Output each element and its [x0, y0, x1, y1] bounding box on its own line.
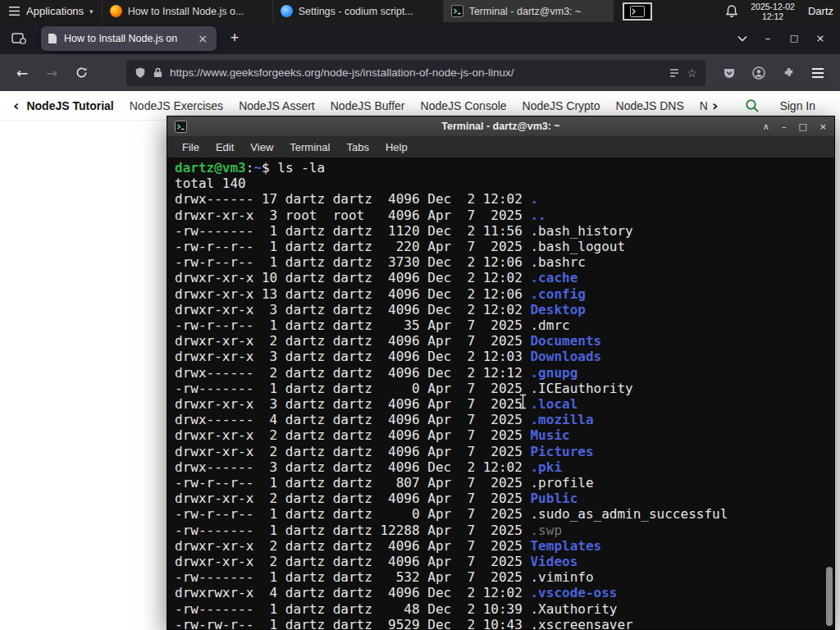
menu-file[interactable]: File: [174, 141, 208, 153]
navigation-toolbar: ← → https://www.geeksforgeeks.org/node-j…: [0, 54, 840, 91]
menu-help[interactable]: Help: [377, 141, 416, 153]
site-nav-items: NodeJS Tutorial NodeJS Exercises NodeJS …: [26, 99, 707, 112]
pocket-icon[interactable]: [715, 61, 743, 85]
site-nav-item-crypto[interactable]: NodeJS Crypto: [523, 99, 600, 112]
terminal-titlebar-icon: [175, 121, 187, 133]
url-bar[interactable]: https://www.geeksforgeeks.org/node-js/in…: [126, 60, 705, 86]
taskbar-button-label: How to Install Node.js o...: [128, 6, 244, 17]
applications-caret-icon: ▾: [89, 7, 94, 16]
terminal-body[interactable]: dartz@vm3:~$ ls -latotal 140drwx------ 1…: [167, 158, 834, 629]
terminal-output: dartz@vm3:~$ ls -latotal 140drwx------ 1…: [175, 160, 823, 629]
tab-title: How to Install Node.js on: [64, 33, 189, 44]
menu-edit[interactable]: Edit: [208, 141, 242, 153]
applications-menu[interactable]: Applications ▾: [0, 0, 102, 22]
bookmark-star-icon[interactable]: ☆: [687, 66, 697, 80]
site-nav-item-dns[interactable]: NodeJS DNS: [616, 99, 684, 112]
panel-tray: 2025-12-02 12:12 Dartz: [623, 0, 840, 22]
lock-icon[interactable]: [153, 66, 163, 79]
clock-time: 12:12: [751, 11, 795, 21]
reader-mode-icon[interactable]: [669, 67, 680, 79]
tracking-shield-icon[interactable]: [135, 66, 146, 79]
sign-in-button[interactable]: Sign In: [779, 99, 815, 112]
taskbar-button-label: Terminal - dartz@vm3: ~: [469, 6, 582, 17]
terminal-app-icon: [451, 5, 463, 17]
window-close-button[interactable]: ×: [807, 26, 833, 51]
terminal-shade-icon[interactable]: ∧: [763, 122, 769, 131]
site-nav-item-buffer[interactable]: NodeJS Buffer: [331, 99, 405, 112]
terminal-maximize-icon[interactable]: □: [798, 122, 806, 131]
menu-view[interactable]: View: [242, 141, 281, 153]
back-button[interactable]: ←: [8, 61, 36, 85]
terminal-menubar: File Edit View Terminal Tabs Help: [167, 137, 834, 158]
terminal-minimize-icon[interactable]: –: [782, 122, 787, 131]
menu-terminal[interactable]: Terminal: [281, 141, 338, 153]
site-search-icon[interactable]: [745, 98, 760, 113]
site-nav-item-console[interactable]: NodeJS Console: [421, 99, 507, 112]
account-icon[interactable]: [745, 61, 773, 85]
mouse-ibeam-cursor: [518, 394, 527, 409]
terminal-window-title: Terminal - dartz@vm3: ~: [167, 121, 834, 132]
site-nav-chevron-left-icon[interactable]: ‹: [13, 97, 19, 114]
top-panel: Applications ▾ How to Install Node.js o.…: [0, 0, 840, 22]
taskbar-button-settings[interactable]: Settings - codium script...: [272, 0, 443, 22]
firefox-icon: [110, 5, 122, 17]
site-nav-item-assert[interactable]: NodeJS Assert: [239, 99, 315, 112]
list-all-tabs-icon[interactable]: [730, 27, 755, 50]
taskbar-button-label: Settings - codium script...: [299, 6, 413, 17]
new-tab-button[interactable]: +: [223, 27, 246, 50]
menu-tabs[interactable]: Tabs: [338, 141, 377, 153]
terminal-scrollbar[interactable]: [826, 567, 833, 626]
terminal-window: Terminal - dartz@vm3: ~ ∧ – □ × File Edi…: [167, 116, 835, 630]
url-text[interactable]: https://www.geeksforgeeks.org/node-js/in…: [170, 66, 662, 79]
tab-favicon: [48, 33, 57, 44]
applications-label: Applications: [26, 5, 84, 17]
notifications-bell-icon[interactable]: [726, 5, 737, 17]
terminal-window-controls: ∧ – □ ×: [763, 122, 827, 131]
desktop: Applications ▾ How to Install Node.js o.…: [0, 0, 840, 630]
firefox-view-icon[interactable]: [7, 27, 31, 50]
clock-date: 2025-12-02: [751, 2, 795, 11]
window-maximize-button[interactable]: □: [781, 26, 807, 51]
site-nav-chevron-right-icon[interactable]: ›: [712, 97, 718, 114]
site-nav-item-truncated[interactable]: Node: [700, 99, 707, 112]
site-nav-item-exercises[interactable]: NodeJS Exercises: [130, 99, 223, 112]
tab-close-icon[interactable]: ×: [195, 32, 210, 45]
forward-button[interactable]: →: [38, 61, 66, 85]
reload-button[interactable]: [67, 61, 95, 85]
menu-hamburger-icon[interactable]: [804, 61, 832, 85]
taskbar-button-terminal[interactable]: Terminal - dartz@vm3: ~: [443, 0, 614, 22]
extensions-icon[interactable]: [774, 61, 802, 85]
taskbar-button-firefox[interactable]: How to Install Node.js o...: [102, 0, 272, 22]
terminal-titlebar[interactable]: Terminal - dartz@vm3: ~ ∧ – □ ×: [167, 116, 834, 137]
tray-terminal-icon[interactable]: [623, 2, 652, 21]
session-user-label[interactable]: Dartz: [808, 5, 835, 17]
site-nav-right: › Sign In: [707, 97, 840, 114]
tab-bar: How to Install Node.js on × + – □ ×: [0, 22, 840, 54]
terminal-close-icon[interactable]: ×: [819, 122, 827, 131]
browser-tab[interactable]: How to Install Node.js on ×: [41, 26, 217, 51]
settings-app-icon: [281, 5, 293, 17]
applications-icon: [8, 6, 21, 16]
panel-clock[interactable]: 2025-12-02 12:12: [751, 2, 795, 21]
window-minimize-button[interactable]: –: [755, 26, 781, 51]
site-nav-item-tutorial[interactable]: NodeJS Tutorial: [26, 99, 113, 112]
